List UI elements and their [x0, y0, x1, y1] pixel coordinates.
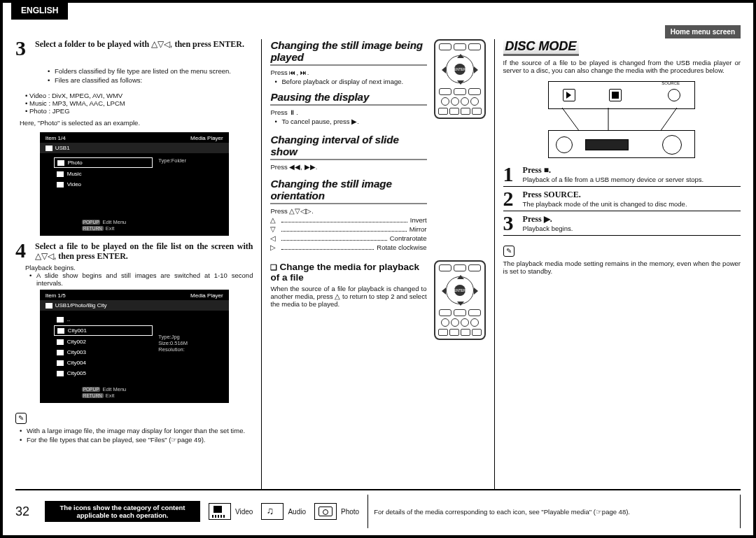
video-icon-group: Video	[209, 503, 253, 520]
instruction-detail: Before playback or display of next image…	[274, 78, 426, 85]
display-icon	[585, 139, 629, 150]
popup-label: POPUP	[82, 387, 101, 392]
mp-path: USB1/Photo/Big City	[40, 300, 229, 311]
nav-symbols: △▽◁,	[35, 251, 56, 261]
instruction: Press ⏮, ⏭.	[270, 69, 426, 76]
source-button-icon	[668, 89, 680, 101]
audio-label: Audio	[288, 508, 306, 516]
orientation-row: ▷Rotate clockwise	[270, 243, 426, 252]
mp-footer: POPUPEdit Menu RETURNExit	[40, 216, 229, 236]
mp-side-info: Type:Folder	[157, 153, 228, 216]
folder-icon	[57, 160, 64, 166]
step4-line2: A slide show begins and still images are…	[29, 271, 253, 287]
mp-path-text: USB1/Photo/Big City	[55, 302, 107, 309]
step-number: 2	[503, 190, 523, 208]
step-number: 3	[15, 39, 35, 57]
footer-black-box: The icons show the category of content a…	[45, 501, 200, 522]
column-divider	[494, 39, 495, 489]
step-number: 4	[15, 241, 35, 261]
photo-icon-group: Photo	[314, 503, 359, 520]
heading-pause: Pausing the display	[270, 91, 426, 106]
file-icon	[57, 328, 64, 334]
mp-path-text: USB1	[55, 145, 70, 151]
mp-list: .. City001 City002 City003 City004 City0…	[40, 311, 158, 383]
return-label: RETURN	[82, 226, 104, 231]
audio-icon	[261, 503, 284, 520]
page-footer: 32 The icons show the category of conten…	[15, 489, 741, 528]
list-item: Music	[54, 169, 153, 178]
list-item-up: ..	[54, 315, 153, 324]
step3-bullets: Folders classified by file type are list…	[20, 67, 253, 85]
step4-text-a: Select a file to be played on the file l…	[35, 241, 253, 251]
media-player-screen-1: Item 1/4 Media Player USB1 Photo Music V…	[40, 132, 229, 236]
language-tab: ENGLISH	[11, 0, 68, 20]
mp-footer: POPUPEdit Menu RETURNExit	[40, 383, 229, 403]
type-photo: • Photo : JPEG	[25, 107, 253, 115]
instruction: Press △▽◁▷.	[270, 207, 426, 215]
enter-word: ENTER	[214, 39, 242, 49]
popup-label: POPUP	[82, 220, 101, 225]
step4-post: .	[126, 251, 128, 261]
photo-icon	[314, 503, 337, 520]
orientation-row: ◁Contrarotate	[270, 234, 426, 243]
mp-count: Item 1/4	[46, 135, 66, 141]
step-text: Select a file to be played on the file l…	[35, 241, 253, 261]
unit-bottom	[548, 130, 695, 158]
step4-body: Playback begins. A slide show begins and…	[25, 264, 253, 288]
change-media-body: When the source of a file for playback i…	[270, 285, 426, 308]
step-number: 1	[503, 165, 523, 183]
subheading-change-media: ❏Change the media for playback of a file	[270, 262, 426, 283]
remote-diagram-2: ENTER	[434, 260, 486, 340]
photo-label: Photo	[341, 508, 359, 516]
list-item: City005	[54, 369, 153, 378]
step-sub: The playback mode of the unit is changed…	[523, 200, 741, 208]
mp-count: Item 1/5	[46, 292, 66, 299]
example-text: Here, "Photo" is selected as an example.	[20, 119, 253, 127]
step-sub: Playback of a file from a USB memory dev…	[523, 176, 741, 183]
mp-header: Item 1/5 Media Player	[40, 290, 229, 300]
return-label: RETURN	[82, 393, 104, 398]
instruction: Press ⏸.	[270, 108, 426, 116]
bullet-item: Files are classified as follows:	[48, 76, 253, 84]
file-icon	[57, 371, 64, 376]
step-3: 3 Select a folder to be played with △▽◁,…	[15, 39, 253, 57]
orientation-row: △Invert	[270, 216, 426, 225]
column-1: 3 Select a folder to be played with △▽◁,…	[15, 39, 253, 489]
column-divider	[261, 39, 262, 489]
mp-list: Photo Music Video	[40, 153, 158, 216]
note-item: With a large image file, the image may d…	[20, 427, 253, 434]
svg-line-2	[660, 108, 677, 132]
folder-icon	[46, 303, 52, 309]
step-text-b: then press	[172, 39, 213, 49]
step-text: Select a folder to be played with △▽◁, t…	[35, 39, 244, 57]
step-4: 4 Select a file to be played on the file…	[15, 241, 253, 261]
heading-interval: Changing interval of slide show	[270, 134, 426, 160]
manual-page: ENGLISH Home menu screen 3 Select a fold…	[0, 0, 756, 538]
type-video: • Video : DivX, MPEG, AVI, WMV	[25, 92, 253, 99]
page-number: 32	[15, 504, 36, 519]
video-label: Video	[235, 508, 253, 516]
pencil-icon: ✎	[503, 246, 514, 257]
step-number: 3	[503, 214, 523, 232]
content-columns: 3 Select a folder to be played with △▽◁,…	[15, 39, 741, 489]
list-item: Photo	[54, 157, 153, 168]
list-item: City002	[54, 337, 153, 346]
folder-icon	[57, 317, 64, 323]
step-text-post: .	[242, 39, 244, 49]
mp-header: Item 1/4 Media Player	[40, 132, 229, 143]
type-music: • Music : MP3, WMA, AAC, LPCM	[25, 99, 253, 107]
heading-change-still: Changing the still image being played	[270, 39, 426, 66]
column-2: ENTER ENTER	[270, 39, 485, 489]
folder-icon	[46, 146, 52, 151]
file-types: • Video : DivX, MPEG, AVI, WMV • Music :…	[25, 92, 253, 115]
instruction: Press ◀◀, ▶▶.	[270, 163, 426, 171]
disc-mode-intro: If the source of a file to be played is …	[503, 59, 741, 74]
stop-button-icon	[609, 89, 622, 101]
unit-top	[548, 81, 695, 109]
list-item: City004	[54, 358, 153, 367]
file-icon	[57, 350, 64, 355]
folder-icon	[57, 171, 64, 177]
video-icon	[209, 503, 231, 520]
note-text: The playback media mode setting remains …	[503, 260, 741, 275]
note-item: For the file types that can be played, s…	[20, 436, 253, 444]
